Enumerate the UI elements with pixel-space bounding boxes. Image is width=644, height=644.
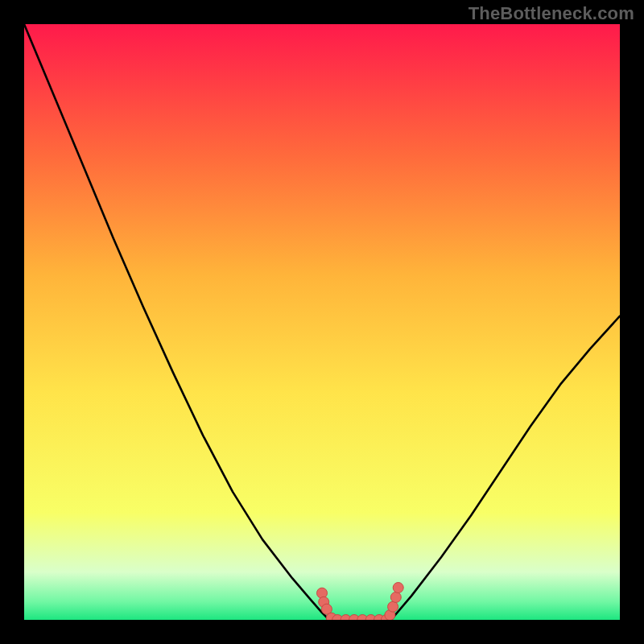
gradient-background xyxy=(24,24,620,620)
watermark-label: TheBottleneck.com xyxy=(469,3,634,24)
chart-frame: TheBottleneck.com xyxy=(0,0,644,644)
chart-plot xyxy=(24,24,620,620)
marker-dot xyxy=(393,583,403,593)
marker-dot xyxy=(388,601,398,612)
marker-dot xyxy=(390,592,401,602)
